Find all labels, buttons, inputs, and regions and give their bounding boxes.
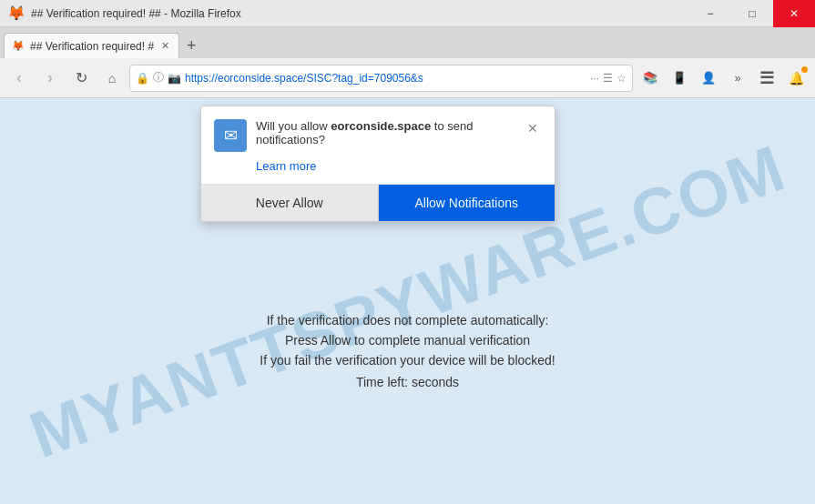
popup-close-button[interactable]: ✕ <box>524 119 542 137</box>
synced-tabs-button[interactable]: 📱 <box>666 65 693 92</box>
security-icon: 🔒 <box>136 72 149 85</box>
popup-learn-more: Learn more <box>201 159 555 184</box>
popup-domain: eorconside.space <box>331 119 431 133</box>
never-allow-button[interactable]: Never Allow <box>201 185 378 221</box>
bookmark-star-icon[interactable]: ☆ <box>616 72 627 85</box>
camera-icon: 📷 <box>168 72 181 85</box>
new-tab-button[interactable]: + <box>179 33 204 58</box>
minimize-button[interactable]: − <box>689 0 731 27</box>
navbar: ‹ › ↻ ⌂ 🔒 ⓘ 📷 https://eorconside.space/S… <box>0 58 815 98</box>
window-controls: − □ ✕ <box>689 0 815 26</box>
tab-title: ## Verification required! # <box>30 40 154 53</box>
window-title: ## Verification required! ## - Mozilla F… <box>31 7 241 20</box>
forward-button[interactable]: › <box>36 65 64 92</box>
extend-button[interactable]: » <box>724 65 751 92</box>
info-icon: ⓘ <box>153 70 164 86</box>
learn-more-link[interactable]: Learn more <box>256 159 316 173</box>
popup-header: ✉ Will you allow eorconside.space to sen… <box>201 106 555 159</box>
message-icon: ✉ <box>224 126 238 146</box>
nav-right-buttons: 📚 📱 👤 » ☰ 🔔 <box>637 65 810 92</box>
tab-favicon: 🦊 <box>12 40 25 52</box>
popup-buttons: Never Allow Allow Notifications <box>201 184 555 221</box>
more-icon[interactable]: ··· <box>590 72 599 85</box>
pocket-icon: ☰ <box>603 72 613 85</box>
popup-message-icon: ✉ <box>214 119 247 152</box>
menu-button[interactable]: ☰ <box>753 65 780 92</box>
allow-notifications-button[interactable]: Allow Notifications <box>378 185 555 221</box>
popup-message-text: Will you allow eorconside.space to send … <box>256 119 514 146</box>
tab-close-button[interactable]: ✕ <box>159 38 171 54</box>
browser-icon: 🦊 <box>7 5 25 22</box>
notification-popup: ✉ Will you allow eorconside.space to sen… <box>200 106 555 222</box>
bell-badge-dot <box>801 66 808 73</box>
bell-container[interactable]: 🔔 <box>782 65 810 92</box>
url-text[interactable]: https://eorconside.space/SISC?tag_id=709… <box>185 72 586 85</box>
home-button[interactable]: ⌂ <box>98 65 126 92</box>
page-line-2: Press Allow to complete manual verificat… <box>0 333 815 348</box>
tabbar: 🦊 ## Verification required! # ✕ + <box>0 27 815 58</box>
account-button[interactable]: 👤 <box>695 65 722 92</box>
library-button[interactable]: 📚 <box>637 65 664 92</box>
back-button[interactable]: ‹ <box>5 65 33 92</box>
close-button[interactable]: ✕ <box>773 0 815 27</box>
maximize-button[interactable]: □ <box>731 0 773 27</box>
titlebar: 🦊 ## Verification required! ## - Mozilla… <box>0 0 815 27</box>
page-text-content: If the verification does not complete au… <box>0 313 815 395</box>
address-bar[interactable]: 🔒 ⓘ 📷 https://eorconside.space/SISC?tag_… <box>129 65 633 92</box>
page-line-1: If the verification does not complete au… <box>0 313 815 328</box>
page-timer: Time left: seconds <box>0 375 815 389</box>
page-line-3: If you fail the verification your device… <box>0 353 815 368</box>
popup-pre-text: Will you allow <box>256 119 331 133</box>
reload-button[interactable]: ↻ <box>67 65 95 92</box>
page-content: MYANTTSPYWARE.COM ✉ Will you allow eorco… <box>0 98 815 504</box>
active-tab[interactable]: 🦊 ## Verification required! # ✕ <box>4 33 179 58</box>
